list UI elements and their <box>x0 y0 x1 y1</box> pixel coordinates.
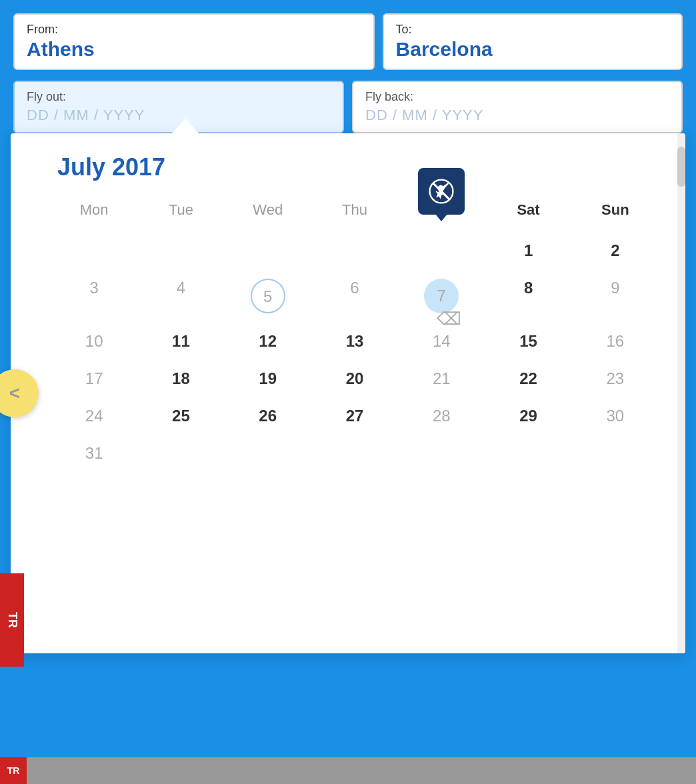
day-cell-2[interactable]: 2 <box>572 232 659 269</box>
day-cell-5[interactable]: 5 <box>225 269 311 323</box>
day-cell-empty-4 <box>311 232 398 269</box>
day-cell-16[interactable]: 16 <box>572 323 659 360</box>
fly-out-label: Fly out: <box>27 90 331 104</box>
day-cell-7[interactable]: 7 ⌫ <box>398 269 485 323</box>
day-cell-9[interactable]: 9 <box>572 269 659 323</box>
day-cell-3[interactable]: 3 <box>51 269 137 323</box>
day-cell-1[interactable]: 1 <box>485 232 571 269</box>
calendar-month-title: July 2017 <box>51 153 659 181</box>
day-header-tue: Tue <box>137 201 224 232</box>
fly-back-label: Fly back: <box>365 90 669 104</box>
day-cell-14[interactable]: 14 <box>398 323 485 360</box>
day-cell-23[interactable]: 23 <box>572 360 659 397</box>
day-header-sat: Sat <box>485 201 571 232</box>
date-row: Fly out: DD / MM / YYYY Fly back: DD / M… <box>13 81 683 133</box>
day-cell-15[interactable]: 15 <box>485 323 571 360</box>
day-cell-empty-fri <box>398 232 485 269</box>
from-label: From: <box>27 23 361 37</box>
day-cell-19[interactable]: 19 <box>225 360 311 397</box>
left-strip-text: TR <box>5 612 19 628</box>
day-cell-31[interactable]: 31 <box>51 435 137 472</box>
to-label: To: <box>396 23 669 37</box>
header: From: Athens To: Barcelona Fly out: DD /… <box>0 0 696 133</box>
day-cell-empty-2 <box>137 232 224 269</box>
bottom-red-badge: TR <box>0 757 27 784</box>
day-cell-empty-w6-5 <box>398 435 485 472</box>
day-cell-25[interactable]: 25 <box>137 397 224 435</box>
day-cell-empty-w6-4 <box>311 435 398 472</box>
day-cell-24[interactable]: 24 <box>51 397 137 435</box>
day-cell-empty-w6-2 <box>137 435 224 472</box>
day-header-wed: Wed <box>225 201 311 232</box>
day-cell-18[interactable]: 18 <box>137 360 224 397</box>
day-cell-28[interactable]: 28 <box>398 397 485 435</box>
day-cell-empty-3 <box>225 232 311 269</box>
day-cell-empty-1 <box>51 232 137 269</box>
from-city: Athens <box>27 38 95 60</box>
day-cell-11[interactable]: 11 <box>137 323 224 360</box>
to-city: Barcelona <box>396 38 493 60</box>
prev-month-button[interactable]: < <box>0 369 39 417</box>
day-cell-empty-w6-3 <box>225 435 311 472</box>
day-cell-12[interactable]: 12 <box>225 323 311 360</box>
day-cell-22[interactable]: 22 <box>485 360 571 397</box>
route-row: From: Athens To: Barcelona <box>13 13 683 70</box>
day-cell-empty-w6-6 <box>485 435 571 472</box>
scroll-thumb[interactable] <box>677 147 685 187</box>
day-cell-8[interactable]: 8 <box>485 269 571 323</box>
day-cell-30[interactable]: 30 <box>572 397 659 435</box>
day-cell-10[interactable]: 10 <box>51 323 137 360</box>
calendar-grid: Mon Tue Wed Thu Fri Sat Sun <box>51 201 659 472</box>
day-cell-empty-w6-7 <box>572 435 659 472</box>
scrollbar[interactable] <box>677 133 685 653</box>
from-box[interactable]: From: Athens <box>13 13 375 70</box>
day-cell-6[interactable]: 6 <box>311 269 398 323</box>
day-cell-21[interactable]: 21 <box>398 360 485 397</box>
day-cell-20[interactable]: 20 <box>311 360 398 397</box>
airplane-icon <box>429 179 454 204</box>
day-cell-13[interactable]: 13 <box>311 323 398 360</box>
day-cell-4[interactable]: 4 <box>137 269 224 323</box>
calendar-panel: < 8 July 2017 Mon Tue Wed Thu Fri Sat Su… <box>11 133 685 653</box>
bottom-strip: TR <box>0 757 696 784</box>
day-cell-17[interactable]: 17 <box>51 360 137 397</box>
chevron-left-icon: < <box>9 384 20 403</box>
left-red-strip: TR <box>0 573 24 667</box>
day-header-thu: Thu <box>311 201 398 232</box>
bottom-badge-text: TR <box>7 765 20 776</box>
day-header-mon: Mon <box>51 201 137 232</box>
to-box[interactable]: To: Barcelona <box>383 13 683 70</box>
fly-out-placeholder: DD / MM / YYYY <box>27 107 145 123</box>
day-header-sun: Sun <box>572 201 659 232</box>
day-cell-26[interactable]: 26 <box>225 397 311 435</box>
fly-back-box[interactable]: Fly back: DD / MM / YYYY <box>352 81 683 133</box>
fly-back-placeholder: DD / MM / YYYY <box>365 107 483 123</box>
day-cell-29[interactable]: 29 <box>485 397 571 435</box>
tooltip-box <box>418 168 465 215</box>
day-cell-27[interactable]: 27 <box>311 397 398 435</box>
